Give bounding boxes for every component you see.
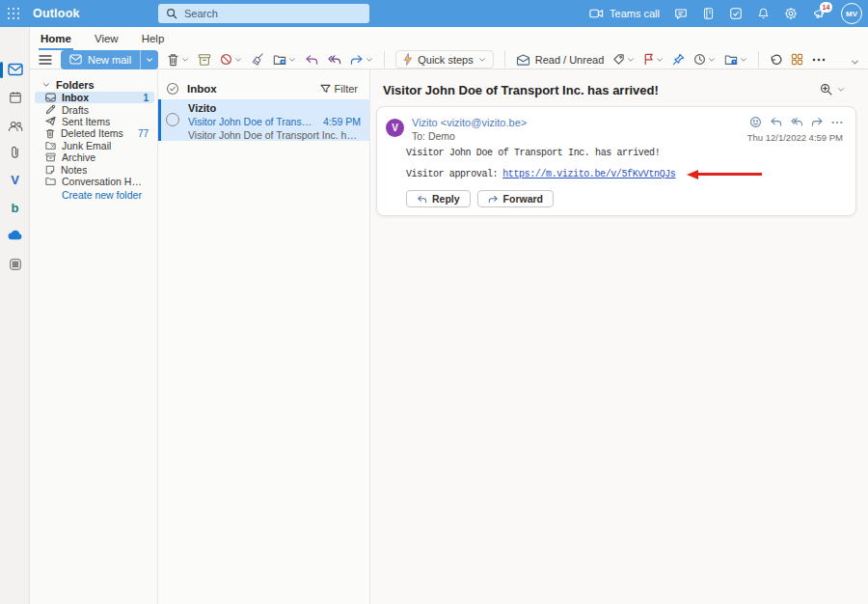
move-to-button[interactable] bbox=[273, 54, 296, 66]
clock-icon bbox=[693, 53, 706, 66]
read-unread-button[interactable]: Read / Unread bbox=[516, 54, 605, 66]
search-placeholder: Search bbox=[184, 8, 218, 19]
onedrive-icon[interactable] bbox=[0, 222, 30, 247]
junk-email-icon bbox=[45, 141, 56, 151]
forward-button[interactable] bbox=[350, 54, 373, 66]
ribbon: Home View Help New mail bbox=[30, 27, 868, 69]
folder-label: Deleted Items bbox=[61, 127, 123, 139]
flag-button[interactable] bbox=[643, 53, 664, 66]
folder-pane: Folders Inbox 1 Drafts Sent Items Delete… bbox=[30, 69, 157, 604]
menu-icon[interactable] bbox=[39, 54, 52, 66]
more-options-icon[interactable] bbox=[831, 121, 843, 124]
folder-item-conversation-history[interactable]: Conversation His... bbox=[35, 176, 154, 187]
tab-home[interactable]: Home bbox=[39, 30, 73, 50]
red-arrow-shaft bbox=[698, 173, 762, 177]
bookings-icon[interactable]: b bbox=[0, 195, 30, 220]
folder-count: 77 bbox=[138, 128, 154, 139]
archive-button[interactable] bbox=[198, 53, 211, 66]
zoom-magnifier-icon bbox=[820, 83, 832, 96]
attachments-icon[interactable] bbox=[0, 140, 30, 165]
notebook-icon[interactable] bbox=[702, 7, 715, 20]
pin-button[interactable] bbox=[672, 53, 685, 66]
tab-view[interactable]: View bbox=[93, 30, 121, 50]
folder-label: Notes bbox=[61, 164, 87, 176]
folder-item-deleted[interactable]: Deleted Items 77 bbox=[35, 127, 154, 139]
email-preview: Visitor John Doe of Transport Inc. has a… bbox=[188, 129, 361, 141]
emoji-react-icon[interactable] bbox=[749, 116, 762, 128]
more-options-icon bbox=[812, 58, 826, 62]
forward-button[interactable]: Forward bbox=[477, 190, 554, 207]
forward-icon bbox=[488, 195, 499, 204]
quick-steps-button[interactable]: Quick steps bbox=[395, 50, 493, 69]
archive-icon bbox=[45, 152, 56, 162]
reply-all-icon[interactable] bbox=[790, 117, 803, 127]
calendar-icon[interactable] bbox=[0, 85, 30, 110]
undo-button[interactable] bbox=[770, 54, 782, 66]
reply-all-button[interactable] bbox=[327, 54, 341, 66]
people-icon[interactable] bbox=[0, 113, 30, 138]
reply-icon bbox=[417, 195, 427, 204]
email-checkbox[interactable] bbox=[166, 113, 179, 126]
notes-icon bbox=[45, 165, 55, 175]
folder-item-archive[interactable]: Archive bbox=[35, 151, 154, 163]
sender-avatar: V bbox=[386, 119, 404, 137]
reading-pane: Visitor John Doe of Transport Inc. has a… bbox=[370, 69, 868, 604]
approval-link[interactable]: https://m.vizito.be/v/5fKvVtnQJs bbox=[502, 169, 675, 179]
reply-icon[interactable] bbox=[770, 117, 782, 127]
forward-icon[interactable] bbox=[811, 117, 824, 127]
select-all-icon[interactable] bbox=[166, 82, 179, 96]
folder-label: Conversation His... bbox=[62, 176, 143, 187]
folder-label: Sent Items bbox=[62, 116, 110, 127]
sender-address[interactable]: Vizito <vizito@vizito.be> bbox=[412, 117, 527, 128]
reply-button[interactable] bbox=[305, 54, 318, 66]
sweep-button[interactable] bbox=[251, 53, 264, 66]
folder-count: 1 bbox=[143, 93, 154, 103]
delete-button[interactable] bbox=[167, 53, 189, 67]
folder-item-inbox[interactable]: Inbox 1 bbox=[35, 92, 154, 103]
create-new-folder-link[interactable]: Create new folder bbox=[62, 189, 157, 201]
mail-icon[interactable] bbox=[0, 57, 30, 82]
app-launcher-icon[interactable] bbox=[8, 8, 20, 20]
new-mail-button[interactable]: New mail bbox=[61, 50, 158, 69]
selected-indicator bbox=[158, 99, 161, 141]
block-sender-button[interactable] bbox=[220, 53, 242, 66]
filter-button[interactable]: Filter bbox=[320, 83, 358, 95]
filter-icon bbox=[320, 84, 331, 94]
message-card: V Vizito <vizito@vizito.be> To: Demo Thu… bbox=[376, 106, 856, 216]
categorize-button[interactable] bbox=[612, 53, 635, 66]
more-apps-icon[interactable] bbox=[0, 252, 30, 277]
folder-item-junk[interactable]: Junk Email bbox=[35, 140, 154, 151]
chevron-down-icon bbox=[708, 56, 716, 64]
app-rail: V b bbox=[0, 27, 30, 604]
feedback-megaphone-icon[interactable]: 14 bbox=[812, 7, 827, 20]
account-avatar[interactable]: MV bbox=[841, 3, 862, 24]
chevron-down-icon bbox=[656, 56, 664, 64]
app-title: Outlook bbox=[33, 7, 80, 20]
folder-item-notes[interactable]: Notes bbox=[35, 163, 154, 175]
viva-engage-icon[interactable]: V bbox=[0, 167, 30, 192]
email-list-item[interactable]: Vizito Visitor John Doe of Transport Inc… bbox=[158, 99, 369, 141]
ribbon-collapse-button[interactable] bbox=[851, 58, 859, 67]
apps-button[interactable] bbox=[791, 53, 803, 66]
new-mail-dropdown[interactable] bbox=[140, 50, 158, 69]
snooze-button[interactable] bbox=[724, 54, 747, 66]
chevron-down-icon bbox=[740, 56, 747, 64]
zoom-control[interactable] bbox=[820, 83, 845, 96]
reply-button[interactable]: Reply bbox=[406, 190, 471, 207]
settings-gear-icon[interactable] bbox=[784, 7, 798, 20]
teams-call-button[interactable]: Teams call bbox=[589, 8, 660, 19]
schedule-button[interactable] bbox=[693, 53, 716, 66]
folders-header[interactable]: Folders bbox=[30, 77, 157, 92]
approval-label: Visitor approval: bbox=[406, 169, 498, 179]
folder-item-drafts[interactable]: Drafts bbox=[35, 103, 154, 115]
chat-icon[interactable] bbox=[674, 7, 688, 20]
search-input[interactable]: Search bbox=[158, 4, 369, 23]
more-options-button[interactable] bbox=[812, 58, 826, 62]
email-time: 4:59 PM bbox=[323, 116, 361, 127]
tab-help[interactable]: Help bbox=[140, 30, 167, 50]
folder-item-sent[interactable]: Sent Items bbox=[35, 116, 154, 127]
folders-header-label: Folders bbox=[56, 79, 95, 91]
tasks-icon[interactable] bbox=[729, 7, 743, 20]
ribbon-tabs: Home View Help bbox=[39, 30, 166, 50]
bell-icon[interactable] bbox=[757, 7, 770, 20]
